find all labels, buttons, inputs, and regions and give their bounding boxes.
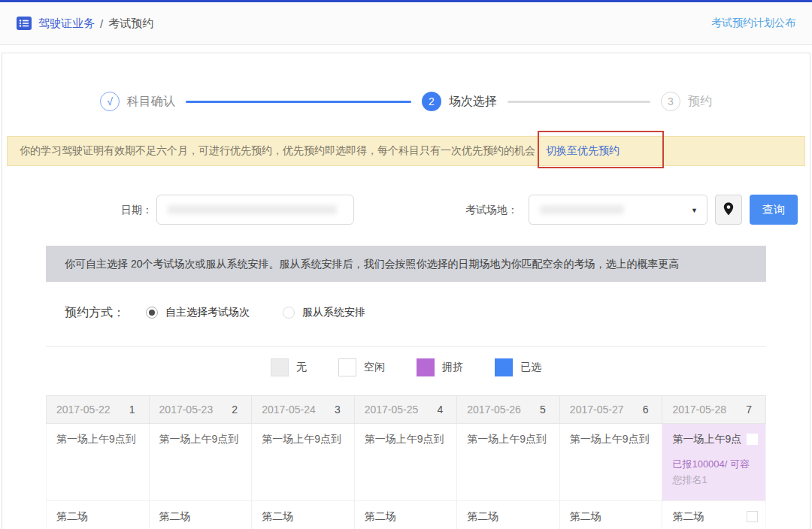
breadcrumb-page: 考试预约 [108, 17, 153, 31]
session-cell-top: 第一场上午9点到 [262, 433, 347, 446]
session-cell: 第二场 [457, 501, 560, 529]
steps-indicator: √科目确认2场次选择3预约 [2, 80, 810, 122]
column-day-number: 2 [232, 404, 238, 416]
session-title: 第一场上午9点到 [570, 433, 650, 446]
session-cell: 第二场 [252, 501, 355, 529]
legend-item: 拥挤 [417, 358, 463, 376]
session-cell-top: 第二场 [672, 510, 758, 524]
legend-label: 无 [296, 361, 307, 374]
session-title: 第二场 [570, 510, 601, 524]
session-title: 第一场上午9点到 [365, 433, 444, 446]
breadcrumb-section[interactable]: 驾驶证业务 [38, 17, 95, 31]
exam-plan-link[interactable]: 考试预约计划公布 [711, 17, 795, 30]
step-connector [508, 101, 650, 103]
step-marker: 2 [422, 92, 441, 111]
session-cell: 第一场上午9点到 [252, 424, 355, 501]
column-day-number: 1 [129, 404, 135, 416]
step-marker: √ [100, 92, 120, 111]
session-cell: 第二场 [47, 501, 150, 529]
date-value-redacted [168, 205, 337, 214]
column-day-number: 5 [540, 404, 546, 416]
session-cell-top: 第一场上午9点到 [159, 433, 244, 446]
radio-option-label: 自主选择考试场次 [165, 306, 250, 319]
schedule-column-header: 2017-05-276 [560, 396, 663, 423]
date-input[interactable] [156, 195, 354, 225]
column-day-number: 3 [335, 404, 341, 416]
section-divider [46, 346, 766, 347]
search-button[interactable]: 查询 [750, 195, 798, 225]
priority-notice-text: 你的学习驾驶证明有效期不足六个月，可进行优先预约，优先预约即选即得，每个科目只有… [20, 144, 535, 158]
session-title: 第一场上午9点到 [56, 433, 136, 446]
your-rank: 您排名1 [672, 473, 758, 487]
session-title: 第一场上午9点到 [159, 433, 239, 446]
priority-notice-bar: 你的学习驾驶证明有效期不足六个月，可进行优先预约，优先预约即选即得，每个科目只有… [7, 136, 805, 166]
schedule-column-header: 2017-05-243 [252, 396, 355, 423]
venue-label: 考试场地： [465, 195, 518, 225]
date-label: 日期： [121, 195, 153, 225]
column-date: 2017-05-26 [467, 404, 521, 416]
map-pin-icon [723, 202, 734, 218]
session-cell-top: 第一场上午9点到 [570, 433, 655, 446]
column-date: 2017-05-24 [262, 404, 316, 416]
schedule-row: 第二场第二场第二场第二场第二场第二场第二场 [46, 501, 766, 529]
switch-priority-link[interactable]: 切换至优先预约 [546, 144, 620, 158]
legend-swatch [338, 358, 356, 376]
legend-label: 已选 [520, 361, 541, 374]
session-cell[interactable]: 第一场上午9点已报100004/ 可容您排名1 [662, 424, 765, 501]
session-cell: 第二场 [662, 501, 765, 529]
legend-label: 拥挤 [442, 361, 463, 374]
session-checkbox[interactable] [747, 511, 758, 522]
step-label: 预约 [688, 94, 712, 110]
step-label: 场次选择 [449, 94, 497, 110]
session-cell: 第一场上午9点到 [457, 424, 560, 501]
session-title: 第二场 [365, 510, 396, 524]
schedule-column-header: 2017-05-221 [47, 396, 150, 423]
radio-selected[interactable] [146, 307, 158, 319]
session-title: 第一场上午9点到 [467, 433, 547, 446]
session-cell-top: 第一场上午9点 [672, 433, 758, 446]
legend-swatch [495, 358, 513, 376]
session-cell-top: 第二场 [365, 510, 450, 524]
selection-hint-bar: 你可自主选择 20个考试场次或服从系统安排。服从系统安排后，我们会按照你选择的日… [46, 246, 766, 282]
column-day-number: 6 [643, 404, 649, 416]
step-active: 2场次选择 [422, 92, 497, 111]
session-cell-top: 第二场 [570, 510, 655, 524]
session-title: 第二场 [467, 510, 498, 524]
session-title: 第一场上午9点 [672, 433, 741, 446]
switch-priority-label: 切换至优先预约 [546, 144, 620, 156]
venue-value-redacted [540, 205, 624, 214]
chevron-down-icon: ▼ [691, 207, 698, 214]
schedule-column-header: 2017-05-254 [355, 396, 458, 423]
booked-count: 已报100004/ 可容 [672, 458, 758, 471]
legend-swatch [271, 358, 289, 376]
session-cell-top: 第二场 [262, 510, 347, 524]
session-cell: 第二场 [150, 501, 253, 529]
schedule-header-row: 2017-05-2212017-05-2322017-05-2432017-05… [46, 395, 766, 424]
session-cell-top: 第一场上午9点到 [467, 433, 552, 446]
legend-label: 空闲 [364, 361, 385, 374]
legend-item: 空闲 [338, 358, 385, 376]
page-header: 驾驶证业务 / 考试预约 考试预约计划公布 [0, 2, 812, 45]
step-label: 科目确认 [127, 94, 175, 110]
filter-row: 日期： 考试场地： ▼ 查询 [2, 195, 810, 225]
session-cell: 第一场上午9点到 [355, 424, 458, 501]
breadcrumb-separator: / [100, 17, 103, 30]
column-date: 2017-05-25 [365, 404, 419, 416]
venue-select[interactable]: ▼ [529, 195, 707, 225]
column-date: 2017-05-27 [570, 404, 624, 416]
schedule-column-header: 2017-05-287 [662, 396, 765, 423]
session-title: 第二场 [56, 510, 88, 524]
session-cell-top: 第一场上午9点到 [56, 433, 141, 446]
column-day-number: 7 [746, 404, 752, 416]
legend-item: 已选 [495, 358, 541, 376]
locate-venue-button[interactable] [715, 195, 742, 225]
session-cell: 第一场上午9点到 [150, 424, 253, 501]
schedule-column-header: 2017-05-232 [150, 396, 253, 423]
session-cell: 第二场 [560, 501, 663, 529]
radio-option-label: 服从系统安排 [302, 306, 365, 319]
radio-unselected[interactable] [283, 307, 295, 319]
step-pending: 3预约 [661, 92, 712, 111]
session-title: 第二场 [672, 510, 704, 524]
session-checkbox[interactable] [747, 434, 758, 445]
legend-swatch [417, 358, 435, 376]
